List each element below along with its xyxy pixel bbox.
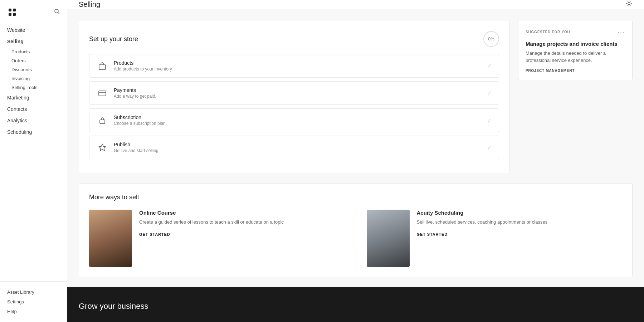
acuity-cta[interactable]: Get Started (417, 232, 448, 237)
sidebar-item-orders[interactable]: Orders (0, 56, 67, 65)
gear-icon[interactable] (625, 0, 633, 9)
svg-line-5 (58, 13, 59, 14)
step-payments-content: Payments Add a way to get paid. (114, 87, 481, 99)
sell-option-acuity: Acuity Scheduling Sell live, scheduled s… (367, 210, 623, 267)
svg-rect-8 (99, 91, 106, 96)
sidebar: Website Selling Products Orders Discount… (0, 0, 67, 322)
step-payments-desc: Add a way to get paid. (114, 94, 481, 99)
acuity-content: Acuity Scheduling Sell live, scheduled s… (417, 210, 623, 237)
setup-title: Set up your store (89, 35, 138, 43)
step-publish-check: ✓ (487, 144, 492, 151)
online-course-cta[interactable]: Get Started (139, 232, 170, 237)
sell-divider (356, 210, 356, 267)
suggested-tag: Project Management (526, 69, 625, 73)
svg-marker-11 (99, 144, 106, 151)
sell-options: Online Course Create a guided series of … (89, 210, 622, 267)
more-ways-card: More ways to sell Online Course Create a… (79, 183, 633, 277)
setup-card: Set up your store 0% Products Add produc… (79, 21, 509, 173)
publish-icon (97, 142, 108, 153)
setup-step-products[interactable]: Products Add products to your inventory.… (89, 54, 499, 78)
sidebar-item-asset-library[interactable]: Asset Library (7, 287, 60, 297)
progress-badge: 0% (483, 31, 499, 47)
squarespace-logo[interactable] (7, 7, 17, 17)
main-content: Selling Set up your store 0% (67, 0, 644, 322)
content-area: Set up your store 0% Products Add produc… (67, 9, 644, 322)
online-course-content: Online Course Create a guided series of … (139, 210, 345, 237)
sidebar-bottom: Asset Library Settings Help (0, 281, 67, 322)
svg-rect-7 (99, 65, 106, 69)
svg-point-6 (628, 3, 630, 5)
setup-step-publish[interactable]: Publish Go live and start selling. ✓ (89, 136, 499, 159)
sidebar-item-selling[interactable]: Selling (0, 36, 67, 47)
step-publish-title: Publish (114, 142, 481, 147)
svg-rect-2 (9, 13, 11, 16)
svg-rect-3 (13, 13, 16, 16)
step-payments-title: Payments (114, 87, 481, 93)
sidebar-top (0, 0, 67, 21)
step-payments-check: ✓ (487, 90, 492, 97)
grow-title: Grow your business (79, 302, 633, 311)
acuity-image (367, 210, 410, 267)
step-subscription-content: Subscription Choose a subscription plan. (114, 114, 481, 126)
sidebar-item-settings[interactable]: Settings (7, 297, 60, 307)
payments-icon (97, 87, 108, 99)
topbar: Selling (67, 0, 644, 9)
setup-header: Set up your store 0% (89, 31, 499, 47)
svg-rect-10 (100, 120, 105, 123)
search-icon[interactable] (54, 9, 60, 16)
top-section: Set up your store 0% Products Add produc… (79, 21, 633, 173)
sidebar-item-scheduling[interactable]: Scheduling (0, 126, 67, 138)
subscription-icon (97, 114, 108, 126)
page-title: Selling (79, 0, 100, 9)
sidebar-item-discounts[interactable]: Discounts (0, 65, 67, 74)
online-course-image-placeholder (89, 210, 132, 267)
suggested-desc: Manage the details needed to deliver a p… (526, 50, 625, 64)
online-course-image (89, 210, 132, 267)
sidebar-item-help[interactable]: Help (7, 307, 60, 316)
step-products-content: Products Add products to your inventory. (114, 60, 481, 72)
svg-rect-1 (13, 9, 16, 11)
suggested-card: Suggested for you ··· Manage projects an… (518, 21, 633, 80)
acuity-desc: Sell live, scheduled services, coaching … (417, 219, 623, 226)
sidebar-item-contacts[interactable]: Contacts (0, 103, 67, 115)
setup-step-payments[interactable]: Payments Add a way to get paid. ✓ (89, 81, 499, 105)
sidebar-nav: Website Selling Products Orders Discount… (0, 21, 67, 281)
more-ways-title: More ways to sell (89, 194, 622, 201)
setup-step-subscription[interactable]: Subscription Choose a subscription plan.… (89, 108, 499, 132)
sidebar-item-selling-tools[interactable]: Selling Tools (0, 83, 67, 92)
step-products-title: Products (114, 60, 481, 66)
svg-rect-0 (9, 9, 11, 11)
step-publish-content: Publish Go live and start selling. (114, 142, 481, 153)
step-subscription-title: Subscription (114, 114, 481, 120)
more-options-button[interactable]: ··· (618, 28, 625, 36)
grow-footer: Grow your business (67, 287, 644, 322)
acuity-image-placeholder (367, 210, 410, 267)
sidebar-item-website[interactable]: Website (0, 24, 67, 36)
online-course-desc: Create a guided series of lessons to tea… (139, 219, 345, 226)
step-subscription-check: ✓ (487, 117, 492, 124)
suggested-header: Suggested for you ··· (526, 28, 625, 36)
acuity-title: Acuity Scheduling (417, 210, 623, 216)
products-icon (97, 60, 108, 72)
online-course-title: Online Course (139, 210, 345, 216)
sidebar-item-analytics[interactable]: Analytics (0, 115, 67, 126)
sidebar-item-invoicing[interactable]: Invoicing (0, 74, 67, 83)
sidebar-item-products[interactable]: Products (0, 47, 67, 56)
suggested-title: Manage projects and invoice clients (526, 41, 625, 47)
svg-point-4 (55, 9, 58, 13)
step-products-desc: Add products to your inventory. (114, 67, 481, 72)
step-products-check: ✓ (487, 63, 492, 69)
step-publish-desc: Go live and start selling. (114, 148, 481, 153)
suggested-label: Suggested for you (526, 30, 570, 34)
step-subscription-desc: Choose a subscription plan. (114, 121, 481, 126)
sidebar-item-marketing[interactable]: Marketing (0, 92, 67, 103)
sell-option-online-course: Online Course Create a guided series of … (89, 210, 345, 267)
